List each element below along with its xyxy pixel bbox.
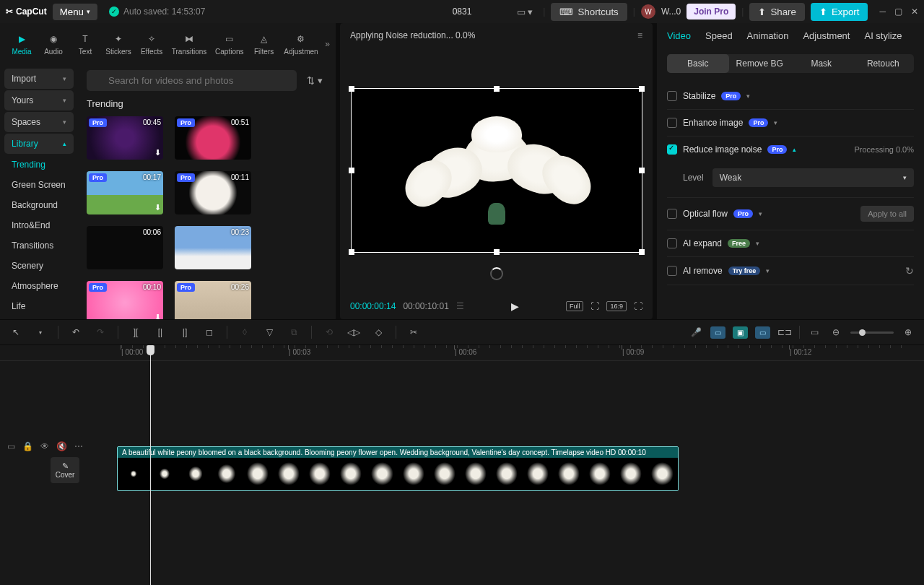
- expand-checkbox[interactable]: [667, 238, 677, 248]
- split-left-icon[interactable]: [|: [153, 325, 167, 339]
- chevron-down-icon[interactable]: ▾: [756, 240, 759, 247]
- redo-icon[interactable]: ↷: [93, 325, 108, 339]
- timeline-ruler[interactable]: | 00:00| 00:03| 00:06| 00:09| 00:12: [0, 345, 924, 361]
- sidebar-life[interactable]: Life: [4, 297, 74, 316]
- remove-checkbox[interactable]: [667, 266, 677, 276]
- zoom-out-icon[interactable]: ⊖: [829, 325, 843, 339]
- shield-icon[interactable]: ◊: [237, 325, 252, 339]
- share-button[interactable]: ⬆ Share: [749, 3, 805, 21]
- export-button[interactable]: ⬆ Export: [811, 3, 868, 21]
- sidebar-yours[interactable]: Yours▾: [4, 90, 74, 110]
- play-button[interactable]: ▶: [511, 300, 519, 312]
- track-opt-icon[interactable]: ▭: [7, 441, 15, 451]
- media-thumb[interactable]: Pro00:45⬇: [87, 116, 163, 160]
- mirror-icon[interactable]: ◁▷: [346, 325, 361, 339]
- tab-stickers[interactable]: ✦Stickers: [101, 27, 136, 60]
- insp-tab-speed[interactable]: Speed: [705, 30, 733, 47]
- sidebar-spaces[interactable]: Spaces▾: [4, 112, 74, 132]
- cover-button[interactable]: ✎ Cover: [51, 457, 79, 483]
- timeline[interactable]: | 00:00| 00:03| 00:06| 00:09| 00:12 ▭ 🔒 …: [0, 345, 924, 585]
- split-icon[interactable]: ]​[: [128, 325, 143, 339]
- media-thumb[interactable]: Pro00:10⬇: [87, 281, 163, 319]
- sidebar-import[interactable]: Import▾: [4, 69, 74, 89]
- select-tool-icon[interactable]: ↖: [9, 325, 23, 339]
- chevron-down-icon[interactable]: ▾: [759, 210, 762, 217]
- optical-checkbox[interactable]: [667, 209, 677, 219]
- sidebar-background[interactable]: Background: [4, 196, 74, 214]
- mic-icon[interactable]: 🎤: [689, 325, 703, 339]
- list-icon[interactable]: ☰: [456, 301, 464, 311]
- sidebar-library[interactable]: Library▴: [4, 134, 74, 154]
- maximize-icon[interactable]: ▢: [894, 6, 902, 17]
- media-thumb[interactable]: Pro00:11: [175, 171, 251, 214]
- dropdown-icon[interactable]: ▾: [33, 325, 48, 339]
- sidebar-atmosphere[interactable]: Atmosphere: [4, 277, 74, 295]
- level-select[interactable]: Weak▾: [712, 168, 914, 187]
- rotate-icon[interactable]: ◇: [371, 325, 385, 339]
- subtab-retouch[interactable]: Retouch: [853, 54, 915, 73]
- magnet-3-icon[interactable]: ▭: [755, 326, 770, 339]
- reverse-icon[interactable]: ⟲: [322, 325, 336, 339]
- stabilize-checkbox[interactable]: [667, 91, 677, 101]
- apply-all-button[interactable]: Apply to all: [860, 206, 914, 222]
- media-thumb[interactable]: Pro00:26: [175, 281, 251, 319]
- tab-transitions[interactable]: ⧓Transitions: [167, 27, 211, 60]
- reset-icon[interactable]: ↻: [905, 265, 914, 277]
- tab-media[interactable]: ▶Media: [6, 27, 38, 60]
- sidebar-scenery[interactable]: Scenery: [4, 256, 74, 275]
- crop-ratio-icon[interactable]: ⛶: [590, 301, 599, 311]
- mute-icon[interactable]: 🔇: [56, 441, 67, 451]
- tab-effects[interactable]: ✧Effects: [136, 27, 167, 60]
- tab-captions[interactable]: ▭Captions: [211, 27, 248, 60]
- filter-button[interactable]: ⇅ ▾: [302, 70, 327, 91]
- insp-tab-video[interactable]: Video: [667, 30, 691, 47]
- zoom-in-icon[interactable]: ⊕: [901, 325, 915, 339]
- bookmark-icon[interactable]: ▽: [262, 325, 276, 339]
- video-clip[interactable]: A beautiful white peony bloomed on a bla…: [117, 446, 679, 491]
- aspect-icon[interactable]: ▭ ▾: [513, 4, 538, 20]
- playhead[interactable]: [150, 345, 151, 585]
- menu-button[interactable]: Menu ▾: [53, 4, 97, 20]
- ratio-badge[interactable]: 16:9: [606, 301, 627, 311]
- insp-tab-adjustment[interactable]: Adjustment: [803, 30, 850, 47]
- lock-icon[interactable]: 🔒: [22, 441, 33, 451]
- minimize-icon[interactable]: ─: [879, 6, 886, 17]
- chevron-up-icon[interactable]: ▴: [793, 146, 796, 153]
- align-icon[interactable]: ⊏⊐: [777, 325, 792, 339]
- insp-tab-animation[interactable]: Animation: [747, 30, 789, 47]
- project-title[interactable]: 0831: [453, 6, 472, 17]
- magnet-2-icon[interactable]: ▣: [733, 326, 748, 339]
- subtab-mask[interactable]: Mask: [790, 54, 853, 73]
- full-button[interactable]: Full: [566, 301, 584, 311]
- copy-icon[interactable]: ⧉: [287, 325, 301, 339]
- tab-audio[interactable]: ◉Audio: [38, 27, 69, 60]
- join-pro-button[interactable]: Join Pro: [687, 4, 736, 20]
- shortcuts-button[interactable]: ⌨ Shortcuts: [551, 3, 627, 21]
- enhance-checkbox[interactable]: [667, 118, 677, 128]
- fullscreen-icon[interactable]: ⛶: [634, 301, 642, 311]
- close-icon[interactable]: ✕: [911, 6, 918, 17]
- sidebar-intro-end[interactable]: Intro&End: [4, 216, 74, 235]
- tab-adjustment[interactable]: ⚙Adjustmen: [280, 27, 323, 60]
- eye-icon[interactable]: 👁: [40, 441, 49, 451]
- insp-tab-ai-stylize[interactable]: AI stylize: [864, 30, 902, 47]
- noise-checkbox[interactable]: [667, 144, 677, 155]
- chevron-down-icon[interactable]: ▾: [746, 92, 750, 100]
- preview-canvas[interactable]: [351, 88, 642, 253]
- crop-icon[interactable]: ✂: [406, 325, 421, 339]
- tab-text[interactable]: TText: [69, 27, 101, 60]
- zoom-slider[interactable]: [850, 332, 894, 334]
- more-icon[interactable]: ⋯: [74, 441, 83, 451]
- tabs-more-icon[interactable]: »: [325, 39, 330, 49]
- split-right-icon[interactable]: |]: [178, 325, 192, 339]
- preview-menu-icon[interactable]: ≡: [637, 30, 642, 40]
- sidebar-trending[interactable]: Trending: [4, 155, 74, 174]
- media-thumb[interactable]: 00:06: [87, 226, 163, 269]
- media-thumb[interactable]: Pro00:17⬇: [87, 171, 163, 214]
- sidebar-transitions[interactable]: Transitions: [4, 236, 74, 255]
- media-thumb[interactable]: Pro00:51: [175, 116, 251, 160]
- subtab-basic[interactable]: Basic: [667, 54, 729, 73]
- tab-filters[interactable]: ◬Filters: [248, 27, 280, 60]
- chevron-down-icon[interactable]: ▾: [766, 267, 770, 274]
- avatar[interactable]: W: [641, 4, 655, 19]
